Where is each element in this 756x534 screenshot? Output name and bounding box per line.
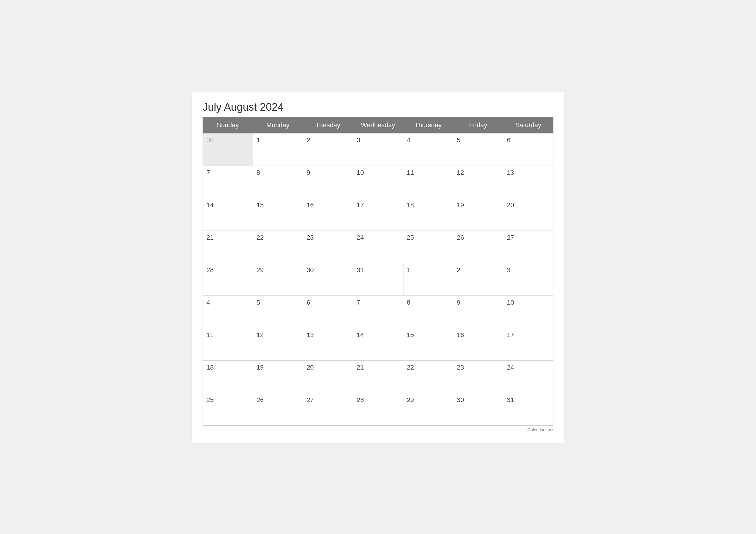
calendar-day[interactable]: 4 [203,296,253,328]
week-row: 14151617181920 [203,198,554,230]
header-cell-friday: Friday [453,117,503,133]
calendar-day[interactable]: 2 [303,133,353,166]
calendar-day[interactable]: 1 [253,133,303,166]
calendar-day[interactable]: 25 [403,230,453,263]
week-row: 21222324252627 [203,230,554,263]
calendar-day[interactable]: 20 [303,360,353,393]
week-row: 78910111213 [203,166,554,198]
calendar-day[interactable]: 27 [303,393,353,425]
calendar-day[interactable]: 30 [303,263,353,296]
calendar-day[interactable]: 28 [353,393,403,425]
calendar-day[interactable]: 5 [253,296,303,328]
calendar-day[interactable]: 26 [453,230,503,263]
calendar-day[interactable]: 7 [353,296,403,328]
calendar-day[interactable]: 8 [253,166,303,198]
calendar-day[interactable]: 24 [353,230,403,263]
calendar-day[interactable]: 17 [503,328,554,360]
week-row: 11121314151617 [203,328,554,360]
calendar-day[interactable]: 27 [503,230,554,263]
calendar-day[interactable]: 14 [203,198,253,230]
calendar-day[interactable]: 3 [503,263,554,296]
header-cell-wednesday: Wednesday [353,117,403,133]
calendar-day[interactable]: 21 [353,360,403,393]
calendar-day[interactable]: 7 [203,166,253,198]
calendar-day[interactable]: 15 [403,328,453,360]
header-row: SundayMondayTuesdayWednesdayThursdayFrid… [203,117,554,133]
calendar-day[interactable]: 30 [453,393,503,425]
week-row: 28293031123 [203,263,554,296]
calendar-day[interactable]: 4 [403,133,453,166]
calendar-day[interactable]: 13 [503,166,554,198]
calendar-day[interactable]: 24 [503,360,554,393]
header-cell-tuesday: Tuesday [303,117,353,133]
calendar-day[interactable]: 23 [303,230,353,263]
calendar-day[interactable]: 18 [203,360,253,393]
calendar-day[interactable]: 18 [403,198,453,230]
calendar-day[interactable]: 15 [253,198,303,230]
calendar-day[interactable]: 12 [453,166,503,198]
calendar-day[interactable]: 11 [203,328,253,360]
calendar-table: SundayMondayTuesdayWednesdayThursdayFrid… [202,117,554,426]
calendar-day[interactable]: 22 [403,360,453,393]
calendar-day[interactable]: 23 [453,360,503,393]
week-row: 25262728293031 [203,393,554,425]
calendar-day[interactable]: 31 [503,393,554,425]
calendar-header: SundayMondayTuesdayWednesdayThursdayFrid… [203,117,554,133]
calendar-title: July August 2024 [202,101,554,113]
week-row: 30123456 [203,133,554,166]
calendar-day[interactable]: 28 [203,263,253,296]
calendar-day[interactable]: 16 [303,198,353,230]
calendar-container: July August 2024 SundayMondayTuesdayWedn… [192,92,564,443]
calendar-day[interactable]: 26 [253,393,303,425]
calendar-day[interactable]: 14 [353,328,403,360]
calendar-day[interactable]: 31 [353,263,403,296]
calendar-day[interactable]: 11 [403,166,453,198]
week-row: 18192021222324 [203,360,554,393]
calendar-day[interactable]: 9 [453,296,503,328]
calendar-day[interactable]: 9 [303,166,353,198]
calendar-body: 3012345678910111213141516171819202122232… [203,133,554,425]
calendar-day[interactable]: 19 [253,360,303,393]
week-row: 45678910 [203,296,554,328]
header-cell-monday: Monday [253,117,303,133]
header-cell-sunday: Sunday [203,117,253,133]
header-cell-thursday: Thursday [403,117,453,133]
calendar-day[interactable]: 16 [453,328,503,360]
calendar-day[interactable]: 30 [203,133,253,166]
calendar-day[interactable]: 25 [203,393,253,425]
calendar-day[interactable]: 8 [403,296,453,328]
calendar-day[interactable]: 22 [253,230,303,263]
calendar-day[interactable]: 5 [453,133,503,166]
calendar-day[interactable]: 2 [453,263,503,296]
calendar-day[interactable]: 13 [303,328,353,360]
header-cell-saturday: Saturday [503,117,554,133]
calendar-day[interactable]: 10 [503,296,554,328]
calendar-day[interactable]: 6 [303,296,353,328]
calendar-day[interactable]: 6 [503,133,554,166]
calendar-day[interactable]: 3 [353,133,403,166]
calendar-day[interactable]: 29 [403,393,453,425]
watermark: iCalendars.net [202,427,554,432]
calendar-day[interactable]: 21 [203,230,253,263]
calendar-day[interactable]: 19 [453,198,503,230]
calendar-day[interactable]: 10 [353,166,403,198]
calendar-day[interactable]: 17 [353,198,403,230]
calendar-day[interactable]: 1 [403,263,453,296]
calendar-day[interactable]: 20 [503,198,554,230]
calendar-day[interactable]: 12 [253,328,303,360]
calendar-day[interactable]: 29 [253,263,303,296]
